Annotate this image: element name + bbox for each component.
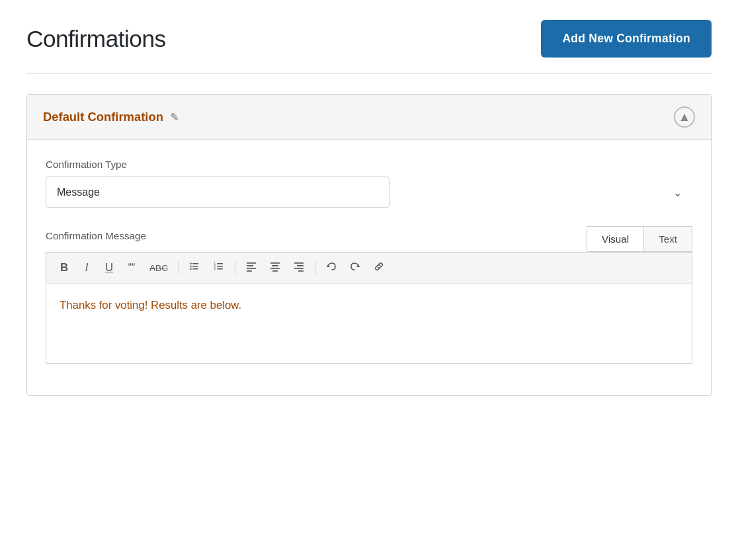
panel-title-text: Default Confirmation <box>43 110 163 124</box>
panel-body: Confirmation Type Message Page Redirect … <box>27 140 711 395</box>
type-select-wrapper: Message Page Redirect ⌄ <box>46 177 692 208</box>
tab-text[interactable]: Text <box>643 227 692 251</box>
svg-rect-15 <box>247 270 252 272</box>
link-icon <box>374 261 384 274</box>
select-dropdown-icon: ⌄ <box>673 186 682 198</box>
unordered-list-icon <box>190 261 200 274</box>
collapse-icon: ▲ <box>678 110 691 124</box>
ordered-list-icon: 1 2 3 <box>214 261 224 274</box>
edit-icon[interactable]: ✎ <box>170 111 179 124</box>
editor-toolbar: B I U ““ ABC <box>46 253 692 284</box>
svg-rect-14 <box>247 268 256 269</box>
page-title: Confirmations <box>26 26 166 52</box>
editor-text-content: Thanks for voting! Results are below. <box>60 299 241 311</box>
svg-rect-2 <box>192 268 198 270</box>
align-center-icon <box>270 261 280 274</box>
undo-icon <box>326 261 337 274</box>
align-right-icon <box>294 261 304 274</box>
svg-rect-6 <box>217 263 223 264</box>
svg-text:3: 3 <box>214 267 216 270</box>
confirmation-message-label: Confirmation Message <box>46 230 146 241</box>
svg-rect-12 <box>247 262 256 264</box>
underline-icon: U <box>105 261 113 274</box>
blockquote-icon: ““ <box>128 262 136 274</box>
svg-point-5 <box>190 268 191 270</box>
confirmation-type-section: Confirmation Type Message Page Redirect … <box>46 159 692 208</box>
redo-icon <box>350 261 360 274</box>
svg-rect-19 <box>272 270 278 272</box>
strikethrough-icon: ABC <box>149 263 168 273</box>
confirmation-type-label: Confirmation Type <box>46 159 692 170</box>
svg-rect-1 <box>192 266 198 267</box>
add-new-confirmation-button[interactable]: Add New Confirmation <box>541 20 712 58</box>
toolbar-undo-button[interactable] <box>321 258 342 278</box>
svg-rect-20 <box>294 262 304 264</box>
toolbar-underline-button[interactable]: U <box>99 258 119 278</box>
toolbar-divider-2 <box>235 261 235 274</box>
editor-tab-group: Visual Text <box>587 226 692 252</box>
svg-rect-0 <box>192 263 198 264</box>
italic-icon: I <box>85 261 89 274</box>
toolbar-unordered-list-button[interactable] <box>184 258 206 278</box>
toolbar-ordered-list-button[interactable]: 1 2 3 <box>208 258 229 278</box>
toolbar-link-button[interactable] <box>368 258 390 278</box>
svg-rect-18 <box>270 268 280 269</box>
svg-rect-21 <box>297 265 304 266</box>
svg-rect-17 <box>272 265 278 266</box>
confirmation-panel: Default Confirmation ✎ ▲ Confirmation Ty… <box>26 94 712 396</box>
svg-rect-13 <box>247 265 253 266</box>
page-header: Confirmations Add New Confirmation <box>26 20 712 58</box>
toolbar-align-center-button[interactable] <box>265 258 286 278</box>
toolbar-blockquote-button[interactable]: ““ <box>122 258 142 278</box>
toolbar-italic-button[interactable]: I <box>77 258 97 278</box>
svg-rect-23 <box>298 270 304 272</box>
confirmation-type-select[interactable]: Message Page Redirect <box>46 177 390 208</box>
toolbar-align-left-button[interactable] <box>241 258 262 278</box>
svg-rect-16 <box>270 262 280 264</box>
header-divider <box>26 73 712 74</box>
toolbar-redo-button[interactable] <box>345 258 366 278</box>
toolbar-align-right-button[interactable] <box>288 258 309 278</box>
confirmation-message-section: Confirmation Message Visual Text B I <box>46 226 692 364</box>
svg-rect-7 <box>217 266 223 267</box>
toolbar-bold-button[interactable]: B <box>54 258 74 278</box>
editor-content-area[interactable]: Thanks for voting! Results are below. <box>46 284 692 363</box>
svg-point-4 <box>190 266 191 267</box>
bold-icon: B <box>60 261 68 274</box>
align-left-icon <box>246 261 257 274</box>
message-header: Confirmation Message Visual Text <box>46 226 692 252</box>
tab-visual[interactable]: Visual <box>587 227 643 251</box>
svg-point-3 <box>190 263 191 264</box>
panel-title: Default Confirmation ✎ <box>43 110 179 124</box>
svg-rect-8 <box>217 268 223 270</box>
toolbar-divider-3 <box>315 261 315 274</box>
toolbar-strikethrough-button[interactable]: ABC <box>144 258 173 278</box>
collapse-button[interactable]: ▲ <box>674 106 695 128</box>
svg-rect-22 <box>294 268 304 269</box>
editor-wrapper: B I U ““ ABC <box>46 252 692 364</box>
toolbar-divider-1 <box>179 261 179 274</box>
panel-header: Default Confirmation ✎ ▲ <box>27 95 711 140</box>
